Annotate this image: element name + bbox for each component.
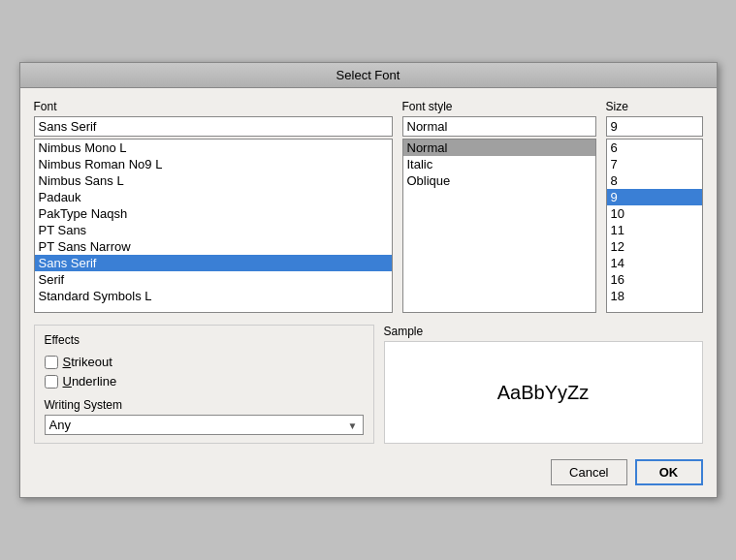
font-list-item[interactable]: PakType Naqsh xyxy=(35,205,392,222)
size-list-item[interactable]: 16 xyxy=(607,271,702,288)
size-list-item[interactable]: 6 xyxy=(607,140,702,156)
size-list-item[interactable]: 11 xyxy=(607,222,702,238)
select-font-dialog: Select Font Font Nimbus Mono LNimbus Rom… xyxy=(19,62,718,498)
font-section: Font Nimbus Mono LNimbus Roman No9 LNimb… xyxy=(34,100,393,313)
sample-box: AaBbYyZz xyxy=(384,341,703,444)
size-label: Size xyxy=(606,100,703,113)
dialog-title: Select Font xyxy=(20,63,717,88)
size-section: Size 6789101112141618 xyxy=(606,100,703,313)
effects-section: Effects Strikeout Underline Writing Syst… xyxy=(34,325,374,444)
font-list-item[interactable]: PT Sans Narrow xyxy=(35,238,392,255)
size-list-item[interactable]: 8 xyxy=(607,172,702,189)
font-list-item[interactable]: Standard Symbols L xyxy=(35,288,392,304)
style-section: Font style NormalItalicOblique xyxy=(402,100,596,313)
ok-button[interactable]: OK xyxy=(635,459,703,485)
writing-system-dropdown[interactable]: Any Latin Greek Cyrillic Arabic Hebrew C… xyxy=(45,415,364,435)
sample-section: Sample AaBbYyZz xyxy=(384,325,703,444)
size-list-item[interactable]: 10 xyxy=(607,205,702,222)
sample-text: AaBbYyZz xyxy=(497,382,589,404)
style-input[interactable] xyxy=(402,116,596,137)
size-list-item[interactable]: 7 xyxy=(607,156,702,172)
size-list-item[interactable]: 18 xyxy=(607,288,702,304)
font-list-item[interactable]: PT Sans xyxy=(35,222,392,238)
strikeout-checkbox[interactable] xyxy=(45,356,58,369)
font-input[interactable] xyxy=(34,116,393,137)
size-list[interactable]: 6789101112141618 xyxy=(606,139,703,313)
writing-system-label: Writing System xyxy=(45,398,364,412)
font-list[interactable]: Nimbus Mono LNimbus Roman No9 LNimbus Sa… xyxy=(34,139,393,313)
style-list-item[interactable]: Italic xyxy=(403,156,595,172)
sample-label: Sample xyxy=(384,325,703,338)
style-list-item[interactable]: Oblique xyxy=(403,172,595,189)
font-list-item[interactable]: Nimbus Sans L xyxy=(35,172,392,189)
font-list-item[interactable]: Nimbus Roman No9 L xyxy=(35,156,392,172)
font-label: Font xyxy=(34,100,393,113)
style-list-item[interactable]: Normal xyxy=(403,140,595,156)
font-list-item[interactable]: Padauk xyxy=(35,189,392,205)
font-list-item[interactable]: Serif xyxy=(35,271,392,288)
size-list-item[interactable]: 14 xyxy=(607,255,702,271)
font-list-item[interactable]: Sans Serif xyxy=(35,255,392,271)
writing-system-wrapper: Any Latin Greek Cyrillic Arabic Hebrew C… xyxy=(45,415,364,435)
style-label: Font style xyxy=(402,100,596,113)
size-list-item[interactable]: 9 xyxy=(607,189,702,205)
effects-label: Effects xyxy=(45,333,364,347)
underline-checkbox[interactable] xyxy=(45,375,58,389)
size-input[interactable] xyxy=(606,116,703,137)
strikeout-label: Strikeout xyxy=(63,355,112,369)
style-list[interactable]: NormalItalicOblique xyxy=(402,139,596,313)
cancel-button[interactable]: Cancel xyxy=(551,459,626,485)
size-list-item[interactable]: 12 xyxy=(607,238,702,255)
underline-label: Underline xyxy=(63,374,117,389)
font-list-item[interactable]: Nimbus Mono L xyxy=(35,140,392,156)
